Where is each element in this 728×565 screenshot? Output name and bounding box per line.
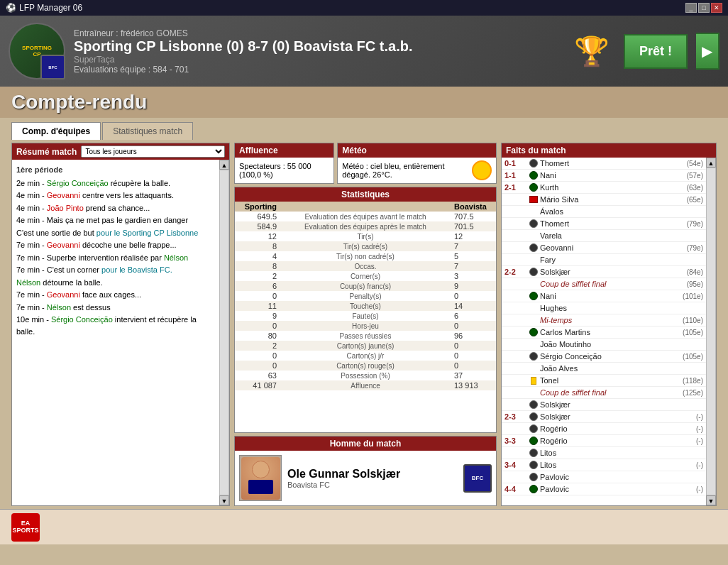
fait-name: João Alves [540, 364, 703, 373]
fait-name: Ávalos [540, 207, 703, 216]
fait-icon-wrap [527, 316, 540, 324]
fait-row: 0-1 Thomert (54e) [502, 158, 706, 170]
page-title: Compte-rendu [11, 91, 717, 114]
fait-name: Rogério [540, 437, 696, 445]
fait-time: (-) [696, 486, 703, 493]
middle-panel: Affluence Spectateurs : 55 000 (100,0 %)… [234, 143, 497, 506]
homme-info: Ole Gunnar Solskjær Boavista FC [287, 468, 458, 489]
faits-scroll[interactable]: 0-1 Thomert (54e) 1-1 Nani (57e) 2-1 Kur… [502, 158, 706, 505]
fait-time: (-) [696, 437, 703, 445]
fait-row: Fary [502, 254, 706, 266]
fait-row: Sérgio Conceição (105e) [502, 351, 706, 363]
fait-time: (54e) [687, 160, 703, 168]
homme-body: Ole Gunnar Solskjær Boavista FC BFC [235, 451, 496, 505]
event-line: 4e min - Mais ça ne met pas le gardien e… [16, 214, 215, 226]
fait-name: Coup de sifflet final [540, 280, 687, 288]
stats-row: 0 Carton(s) rouge(s) 0 [235, 361, 496, 371]
fait-score: 2-2 [504, 268, 527, 276]
fait-score: 3-4 [504, 461, 527, 469]
fait-icon-wrap [527, 352, 540, 361]
event-line: 10e min - Sérgio Conceição intervient et… [16, 314, 215, 337]
tabs-container: Comp. d'équipes Statistiques match [0, 118, 728, 140]
scroll-up-button[interactable]: ▲ [219, 160, 229, 170]
faits-scroll-down[interactable]: ▼ [706, 495, 716, 505]
fait-name: Varela [540, 231, 703, 240]
fait-icon-wrap [527, 340, 540, 349]
fait-time: (84e) [687, 268, 703, 276]
fait-row: Tonel (118e) [502, 375, 706, 387]
fait-icon-wrap [527, 304, 540, 312]
event-line: 7e min - Nélson est dessus [16, 302, 215, 314]
meteo-box: Météo Météo : ciel bleu, entièrement dég… [337, 143, 497, 184]
fait-icon-wrap [527, 412, 540, 421]
tab-statistiques-match[interactable]: Statistiques match [102, 122, 193, 140]
event-line: 4e min - Geovanni centre vers les attaqu… [16, 190, 215, 202]
faits-scroll-up[interactable]: ▲ [706, 158, 716, 168]
fait-row: 2-2 Solskjær (84e) [502, 266, 706, 278]
minimize-button[interactable]: _ [685, 3, 697, 13]
faits-panel: Faits du match 0-1 Thomert (54e) 1-1 Nan… [501, 143, 717, 506]
resume-title: Résumé match [16, 147, 77, 157]
maximize-button[interactable]: □ [698, 3, 710, 13]
close-button[interactable]: ✕ [711, 3, 722, 13]
fait-name: Thomert [540, 219, 687, 228]
resume-scroll[interactable]: 1ère période 2e min - Sérgio Conceição r… [12, 160, 219, 505]
fait-name: Mi-temps [540, 316, 683, 324]
tab-comp-equipes[interactable]: Comp. d'équipes [11, 122, 101, 140]
fait-row: Varela [502, 230, 706, 242]
header-info: Entraîneur : frédérico GOMES Sporting CP… [74, 28, 561, 75]
fait-name: Solskjær [540, 400, 703, 409]
fait-icon-wrap [527, 485, 540, 493]
app-icon: ⚽ [6, 3, 16, 13]
ea-sports-logo: EASPORTS [11, 513, 40, 542]
fait-time: (105e) [683, 353, 703, 361]
match-header: SPORTINGCP BFC Entraîneur : frédérico GO… [0, 16, 728, 87]
fait-icon-wrap [527, 280, 540, 288]
footer: EASPORTS [0, 509, 728, 544]
fait-row: Pavlovic [502, 471, 706, 483]
fait-row: João Moutinho [502, 339, 706, 351]
fait-icon-wrap [527, 256, 540, 264]
fait-time: (125e) [683, 389, 703, 397]
stats-col-sporting: Sporting [235, 202, 281, 212]
resume-filter[interactable]: Tous les joueurs [81, 146, 225, 158]
ready-button[interactable]: Prêt ! [624, 34, 688, 69]
player-photo [239, 455, 282, 501]
fait-icon-wrap [527, 449, 540, 457]
stats-col-boavista: Boavista [450, 202, 496, 212]
fait-icon-wrap [527, 377, 540, 385]
fait-score: 0-1 [504, 159, 527, 168]
fait-icon-wrap [527, 196, 540, 203]
fait-name: Tonel [540, 376, 683, 385]
fait-row: Rogério (-) [502, 423, 706, 435]
fait-row: Mário Silva (65e) [502, 194, 706, 206]
fait-time: (110e) [683, 317, 703, 324]
affluence-box: Affluence Spectateurs : 55 000 (100,0 %) [234, 143, 334, 184]
fait-name: Kurth [540, 183, 687, 192]
fait-icon-wrap [527, 388, 540, 397]
trainer-label: Entraîneur : frédérico GOMES [74, 28, 561, 38]
fait-row: Ávalos [502, 206, 706, 218]
fait-time: (65e) [687, 196, 703, 204]
scroll-down-button[interactable]: ▼ [219, 495, 229, 505]
fait-icon-wrap [527, 461, 540, 469]
fait-icon-wrap [527, 292, 540, 300]
stats-row: 2 Carton(s) jaune(s) 0 [235, 341, 496, 351]
fait-name: Nani [540, 171, 687, 180]
window-controls[interactable]: _ □ ✕ [685, 3, 722, 13]
fait-row: Geovanni (79e) [502, 242, 706, 254]
fait-icon-wrap [527, 437, 540, 445]
stats-row: 649.5 Evaluation des équipes avant le ma… [235, 212, 496, 221]
fait-icon-wrap [527, 183, 540, 192]
stats-header: Statistiques [235, 187, 496, 202]
fait-name: Hughes [540, 304, 703, 312]
fait-row: 2-3 Solskjær (-) [502, 411, 706, 423]
affluence-body: Spectateurs : 55 000 (100,0 %) [235, 158, 333, 183]
period-header: 1ère période [16, 164, 215, 176]
stats-row: 11 Touche(s) 14 [235, 301, 496, 311]
fait-time: (-) [696, 461, 703, 469]
fait-name: Pavlovic [540, 485, 696, 493]
fait-time: (118e) [683, 377, 703, 385]
fait-name: Solskjær [540, 412, 696, 421]
fait-score: 4-4 [504, 485, 527, 493]
